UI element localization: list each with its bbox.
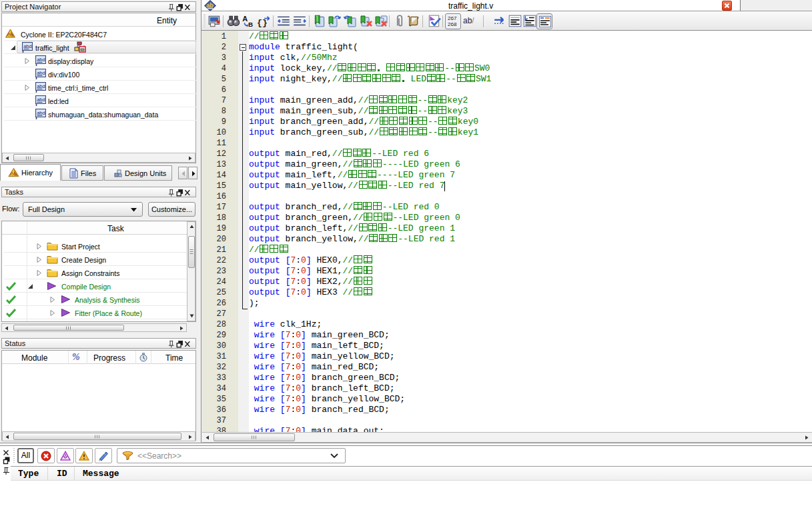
svg-text:{}: {} <box>257 18 268 28</box>
svg-text:A: A <box>242 15 248 23</box>
svg-text:abd: abd <box>37 97 45 103</box>
svg-text:ab: ab <box>206 2 214 9</box>
svg-text:abd: abd <box>37 110 45 116</box>
svg-text:abd: abd <box>23 43 32 49</box>
svg-text:abd: abd <box>37 83 45 89</box>
svg-text:abd: abd <box>37 57 45 63</box>
svg-text:abd: abd <box>37 70 45 76</box>
svg-text:B: B <box>248 21 253 28</box>
